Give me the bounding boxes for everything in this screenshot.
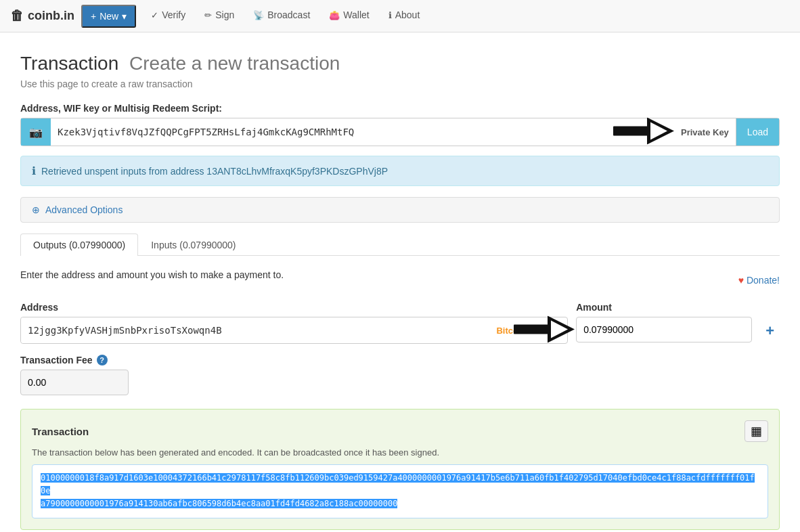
sign-icon: ✏: [204, 10, 212, 20]
tab-outputs[interactable]: Outputs (0.07990000): [20, 234, 138, 256]
about-label: About: [395, 9, 420, 20]
address-col: Address Bitcoin Address: [20, 302, 568, 344]
fee-section: Transaction Fee ?: [20, 355, 780, 395]
address-input-wrapper: Bitcoin Address: [20, 317, 568, 344]
verify-icon: ✓: [151, 10, 158, 20]
page-title: Transaction Create a new transaction: [20, 53, 780, 74]
nav-verify[interactable]: ✓ Verify: [141, 0, 195, 32]
donate-link[interactable]: ♥ Donate!: [738, 275, 780, 286]
donate-label: Donate!: [747, 275, 780, 286]
fee-label: Transaction Fee: [20, 355, 93, 365]
load-button[interactable]: Load: [736, 118, 779, 146]
new-dropdown-button[interactable]: + New ▾: [81, 5, 136, 28]
nav-about[interactable]: ℹ About: [379, 0, 430, 32]
info-icon: ℹ: [32, 164, 36, 177]
outputs-section: Enter the address and amount you wish to…: [20, 269, 780, 395]
add-output-col: +: [760, 302, 780, 342]
tx-hex-line1: 01000000018f8a917d1603e10004372166b41c29…: [41, 473, 755, 495]
tab-outputs-label: Outputs (0.07990000): [33, 240, 125, 250]
brand-icon: 🗑: [10, 8, 24, 24]
bitcoin-address-hint: Bitcoin Address: [489, 326, 567, 336]
bitcoin-address-input[interactable]: [21, 317, 489, 343]
amount-col: Amount: [576, 302, 752, 342]
help-icon[interactable]: ?: [97, 355, 108, 365]
address-label: Address, WIF key or Multisig Redeem Scri…: [20, 103, 780, 114]
add-output-button[interactable]: +: [760, 319, 780, 342]
advanced-options-label: Advanced Options: [45, 204, 123, 215]
wallet-label: Wallet: [343, 9, 369, 20]
plus-icon: +: [91, 11, 96, 22]
address-wif-input[interactable]: [51, 118, 674, 146]
address-input-group: 📷 Private Key Load: [20, 118, 780, 146]
new-label: New: [99, 11, 118, 22]
verify-label: Verify: [162, 9, 185, 20]
page-description: Use this page to create a raw transactio…: [20, 79, 780, 89]
navbar: 🗑 coinb.in + New ▾ ✓ Verify ✏ Sign 📡 Bro…: [0, 0, 800, 32]
tab-inputs[interactable]: Inputs (0.07990000): [138, 234, 248, 256]
fee-label-row: Transaction Fee ?: [20, 355, 780, 365]
private-key-hint: Private Key: [674, 127, 736, 137]
info-box: ℹ Retrieved unspent inputs from address …: [20, 156, 780, 186]
transaction-box-header: Transaction ▦: [32, 420, 768, 442]
address-hint-text: Address: [528, 326, 560, 336]
address-field-label: Address: [20, 302, 568, 313]
page-subtitle: Create a new transaction: [129, 53, 340, 74]
transaction-box: Transaction ▦ The transaction below has …: [20, 409, 780, 530]
info-text: Retrieved unspent inputs from address 13…: [41, 166, 388, 177]
payment-description: Enter the address and amount you wish to…: [20, 269, 284, 280]
nav-wallet[interactable]: 👛 Wallet: [319, 0, 378, 32]
transaction-box-description: The transaction below has been generated…: [32, 447, 768, 458]
transaction-hex-box[interactable]: 01000000018f8a917d1603e10004372166b41c29…: [32, 464, 768, 518]
amount-input[interactable]: [576, 317, 752, 342]
nav-sign[interactable]: ✏ Sign: [195, 0, 244, 32]
qr-icon: ▦: [751, 424, 762, 438]
advanced-plus-icon: ⊕: [32, 204, 40, 215]
transaction-box-title: Transaction: [32, 426, 89, 437]
bitcoin-label: Bitcoin: [496, 326, 526, 336]
about-icon: ℹ: [388, 10, 392, 20]
amount-field-label: Amount: [576, 302, 752, 313]
brand-logo[interactable]: 🗑 coinb.in: [10, 8, 74, 24]
camera-icon: 📷: [29, 126, 43, 139]
wallet-icon: 👛: [329, 10, 340, 20]
heart-icon: ♥: [738, 275, 744, 286]
broadcast-label: Broadcast: [267, 9, 310, 20]
tx-hex-line2: a7900000000001976a914130ab6afbc806598d6b…: [41, 499, 397, 508]
advanced-options[interactable]: ⊕ Advanced Options: [20, 197, 780, 223]
main-content: Transaction Create a new transaction Use…: [0, 32, 800, 532]
payment-row: Address Bitcoin Address: [20, 302, 780, 344]
tab-inputs-label: Inputs (0.07990000): [151, 240, 236, 250]
nav-broadcast[interactable]: 📡 Broadcast: [244, 0, 319, 32]
qr-code-button[interactable]: ▦: [745, 420, 768, 442]
private-key-label: Private Key: [681, 127, 729, 137]
sign-label: Sign: [215, 9, 234, 20]
brand-name: coinb.in: [28, 9, 74, 23]
nav-items: ✓ Verify ✏ Sign 📡 Broadcast 👛 Wallet ℹ A…: [141, 0, 429, 32]
fee-input[interactable]: [20, 370, 129, 395]
camera-button[interactable]: 📷: [21, 118, 51, 146]
tabs-row: Outputs (0.07990000) Inputs (0.07990000): [20, 234, 780, 256]
broadcast-icon: 📡: [253, 10, 264, 20]
dropdown-caret-icon: ▾: [122, 11, 127, 22]
